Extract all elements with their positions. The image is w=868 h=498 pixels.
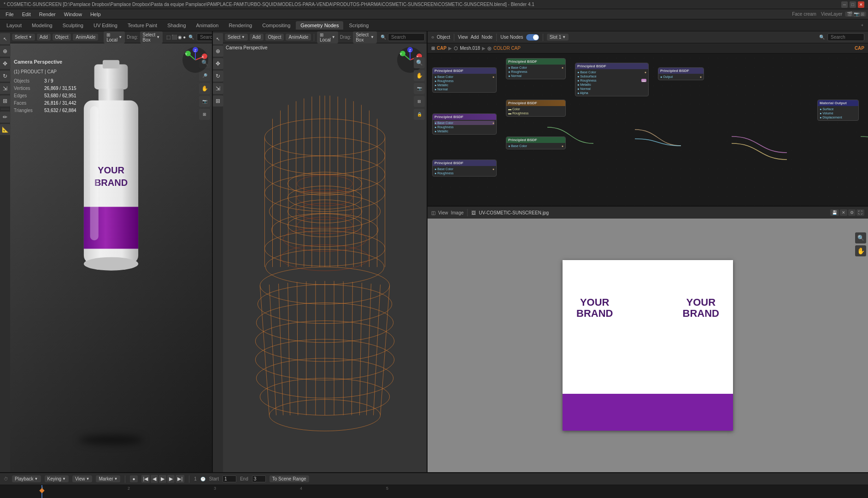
add-menu-btn[interactable]: Add [37, 34, 51, 41]
tab-scripting[interactable]: Scripting [344, 21, 373, 30]
search-input-left[interactable] [197, 33, 213, 41]
tab-animation[interactable]: Animation [192, 21, 223, 30]
nodes-view-btn[interactable]: View [458, 35, 468, 40]
uv-view-btn[interactable]: View [438, 210, 448, 215]
use-nodes-toggle[interactable] [526, 34, 539, 41]
m-camera-icon[interactable]: 📷 [414, 83, 425, 94]
measure-tool-icon[interactable]: 📐 [0, 124, 11, 135]
object-menu-btn[interactable]: Object [53, 34, 71, 41]
m-hand-icon[interactable]: ✋ [414, 70, 425, 81]
animaide-menu-btn[interactable]: AnimAide [73, 34, 98, 41]
tab-compositing[interactable]: Compositing [258, 21, 295, 30]
node-mid2[interactable]: Principled BSDF ▬ Color ▬ Roughness [506, 100, 566, 117]
m-rotate-icon[interactable]: ↻ [213, 71, 223, 82]
menu-render[interactable]: Render [35, 11, 59, 18]
window-controls[interactable]: ─ □ ✕ [841, 1, 864, 8]
m-orientation-dropdown[interactable]: ⊞ Local ▼ [317, 31, 338, 43]
tab-sculpting[interactable]: Sculpting [58, 21, 88, 30]
tab-modeling[interactable]: Modeling [27, 21, 57, 30]
m-select-icon[interactable]: ↖ [213, 33, 223, 44]
keying-dropdown[interactable]: Keying ▼ [45, 475, 69, 482]
skip-end-btn[interactable]: ▶| [176, 475, 184, 483]
material-icon[interactable]: ◉ [178, 35, 182, 40]
search-input-middle[interactable] [388, 33, 425, 41]
m-transform-icon[interactable]: ⊞ [213, 95, 223, 107]
node-mid3[interactable]: Principled BSDF ● Base Color● [506, 136, 566, 149]
timeline-track[interactable]: 1 2 3 4 5 [0, 485, 868, 498]
annotate-tool-icon[interactable]: ✏ [0, 112, 11, 123]
minimize-button[interactable]: ─ [841, 1, 848, 8]
node-texture-coord[interactable]: Principled BSDF ● Base Color● ● Roughnes… [432, 67, 497, 93]
uv-zoom-icon[interactable]: 🔍 [855, 232, 866, 243]
tab-shading[interactable]: Shading [163, 21, 190, 30]
uv-save-icon[interactable]: 💾 [830, 209, 839, 216]
tab-rendering[interactable]: Rendering [224, 21, 257, 30]
tab-texture-paint[interactable]: Texture Paint [123, 21, 162, 30]
rendered-icon[interactable]: ● [183, 35, 186, 40]
menu-file[interactable]: File [2, 11, 18, 18]
close-button[interactable]: ✕ [858, 1, 864, 8]
frame-indicator[interactable]: ● [130, 475, 137, 482]
breadcrumb-color-cap[interactable]: COLOR CAP [493, 46, 521, 51]
search-input-nodes[interactable] [827, 33, 864, 41]
cursor-tool-icon[interactable]: ⊕ [0, 46, 11, 57]
axis-gizmo-left[interactable]: X Y Z [182, 46, 209, 74]
drag-dropdown-left[interactable]: Select Box ▼ [140, 31, 163, 43]
render-icons[interactable]: 🎬 📷 ⊞ [845, 12, 866, 17]
nodes-object-label[interactable]: Object [437, 35, 450, 40]
breadcrumb-mesh[interactable]: Mesh.018 [460, 46, 480, 51]
tab-uv-editing[interactable]: UV Editing [89, 21, 122, 30]
m-cursor-icon[interactable]: ⊕ [213, 46, 223, 57]
wireframe-icon[interactable]: ⬚ [166, 35, 170, 40]
node-right1[interactable]: Principled BSDF ● Base Color● ● Subsurfa… [575, 63, 649, 96]
marker-dropdown[interactable]: Marker ▼ [96, 475, 120, 482]
breadcrumb-cap[interactable]: CAP [437, 46, 446, 51]
uv-hand-icon[interactable]: ✋ [855, 245, 866, 256]
maximize-button[interactable]: □ [850, 1, 856, 8]
node-mid1[interactable]: Principled BSDF ● Base Color● ● Roughnes… [506, 58, 566, 79]
select-tool-icon[interactable]: ↖ [0, 33, 11, 44]
menu-window[interactable]: Window [60, 11, 86, 18]
m-add-btn[interactable]: Add [250, 34, 264, 41]
m-scale-icon[interactable]: ⇲ [213, 83, 223, 94]
playback-dropdown[interactable]: Playback ▼ [12, 475, 41, 482]
uv-settings-icon[interactable]: ⚙ [848, 209, 856, 216]
start-frame-input[interactable] [223, 475, 236, 482]
node-bsdf3[interactable]: Principled BSDF ● Base Color● ● Roughnes… [432, 160, 497, 177]
node-material-output[interactable]: Material Output ● Surface ● Volume ● Dis… [817, 100, 859, 121]
move-tool-icon[interactable]: ✥ [0, 58, 11, 69]
menu-help[interactable]: Help [87, 11, 105, 18]
next-frame-btn[interactable]: ▶ [167, 475, 175, 483]
solid-icon[interactable]: ⬛ [171, 35, 177, 40]
nodes-node-btn[interactable]: Node [481, 35, 493, 40]
end-frame-input[interactable] [252, 475, 266, 482]
m-move-icon[interactable]: ✥ [213, 58, 223, 69]
prev-frame-btn[interactable]: ◀ [151, 475, 158, 483]
select-mode-dropdown[interactable]: Select ▼ [12, 34, 35, 41]
scale-tool-icon[interactable]: ⇲ [0, 83, 11, 94]
m-grid-icon[interactable]: ⊞ [414, 96, 425, 107]
m-object-btn[interactable]: Object [265, 34, 284, 41]
uv-image-btn[interactable]: Image [451, 210, 464, 215]
m-lock-icon[interactable]: 🔒 [414, 109, 425, 120]
m-drag-dropdown[interactable]: Select Box ▼ [353, 31, 377, 43]
slot-dropdown[interactable]: Slot 1 ▼ [547, 34, 569, 41]
menu-edit[interactable]: Edit [18, 11, 35, 18]
hand-icon[interactable]: ✋ [199, 83, 210, 94]
m-animaide-btn[interactable]: AnimAide [286, 34, 311, 41]
timeline-view-dropdown[interactable]: View ▼ [72, 475, 92, 482]
scene-range-dropdown[interactable]: To Scene Range [270, 475, 309, 482]
rotate-tool-icon[interactable]: ↻ [0, 71, 11, 82]
add-workspace-button[interactable]: + [858, 23, 866, 28]
m-select-mode-dropdown[interactable]: Select ▼ [225, 34, 248, 41]
skip-start-btn[interactable]: |◀ [141, 475, 150, 483]
transform-tool-icon[interactable]: ⊞ [0, 95, 11, 107]
grid-icon[interactable]: ⊞ [199, 109, 210, 120]
node-far-right[interactable]: Principled BSDF ● Output● [658, 67, 704, 80]
uv-fullscreen-icon[interactable]: ⛶ [856, 209, 864, 216]
play-btn[interactable]: ▶ [159, 475, 166, 483]
nodes-add-btn[interactable]: Add [470, 35, 479, 40]
m-zoom-icon[interactable]: 🔍 [414, 57, 425, 68]
tab-layout[interactable]: Layout [2, 21, 26, 30]
tab-geometry-nodes[interactable]: Geometry Nodes [296, 21, 343, 30]
